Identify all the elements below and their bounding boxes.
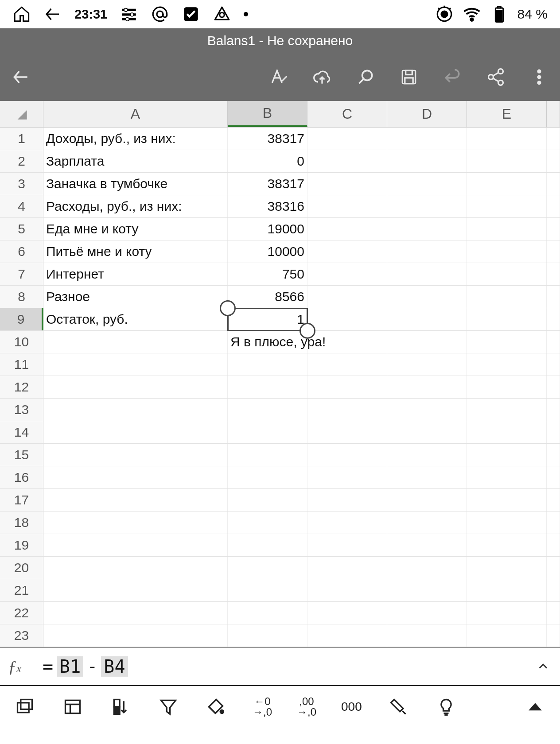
cell-A4[interactable]: Расходы, руб., из них:	[43, 195, 228, 217]
cell-C19[interactable]	[307, 534, 387, 556]
cell-D11[interactable]	[387, 353, 467, 376]
cell-D14[interactable]	[387, 421, 467, 443]
cell-B10[interactable]: Я в плюсе, ура!	[228, 331, 307, 353]
cell-F20[interactable]	[547, 557, 560, 579]
cell-C11[interactable]	[307, 353, 387, 376]
row-header[interactable]: 6	[0, 240, 43, 263]
cell-A13[interactable]	[43, 399, 228, 421]
cell-B5[interactable]: 19000	[228, 218, 307, 240]
cell-C21[interactable]	[307, 579, 387, 601]
cell-B6[interactable]: 10000	[228, 240, 307, 263]
cell-A6[interactable]: Питьё мне и коту	[43, 240, 228, 263]
cell-E15[interactable]	[467, 444, 547, 466]
row-header[interactable]: 12	[0, 376, 43, 398]
cell-E23[interactable]	[467, 624, 547, 647]
cell-F6[interactable]	[547, 240, 560, 263]
cell-F7[interactable]	[547, 263, 560, 285]
cell-D18[interactable]	[387, 512, 467, 534]
cell-B11[interactable]	[228, 353, 307, 376]
cell-C10[interactable]	[307, 331, 387, 353]
cell-D21[interactable]	[387, 579, 467, 601]
cell-D20[interactable]	[387, 557, 467, 579]
format-button[interactable]	[387, 695, 410, 718]
cell-D16[interactable]	[387, 466, 467, 488]
row-header[interactable]: 5	[0, 218, 43, 240]
cell-D2[interactable]	[387, 150, 467, 172]
cell-B8[interactable]: 8566	[228, 286, 307, 308]
cell-E6[interactable]	[467, 240, 547, 263]
sheets-button[interactable]	[13, 695, 36, 718]
cell-E16[interactable]	[467, 466, 547, 488]
cell-B1[interactable]: 38317	[228, 128, 307, 150]
column-header-D[interactable]: D	[387, 101, 467, 127]
cell-C7[interactable]	[307, 263, 387, 285]
cell-E22[interactable]	[467, 602, 547, 624]
cell-D17[interactable]	[387, 489, 467, 511]
formula-input[interactable]: = B1 - B4	[43, 656, 526, 677]
cell-C3[interactable]	[307, 173, 387, 195]
row-header[interactable]: 2	[0, 150, 43, 172]
cell-B16[interactable]	[228, 466, 307, 488]
cell-A22[interactable]	[43, 602, 228, 624]
cell-B2[interactable]: 0	[228, 150, 307, 172]
column-header-E[interactable]: E	[467, 101, 547, 127]
cloud-upload-button[interactable]	[310, 65, 334, 89]
cell-C9[interactable]	[307, 308, 387, 330]
expand-formula-button[interactable]	[534, 658, 552, 675]
cell-A20[interactable]	[43, 557, 228, 579]
column-header-B[interactable]: B	[228, 101, 307, 127]
cell-E5[interactable]	[467, 218, 547, 240]
cell-F18[interactable]	[547, 512, 560, 534]
cell-A17[interactable]	[43, 489, 228, 511]
row-header[interactable]: 7	[0, 263, 43, 285]
row-header[interactable]: 18	[0, 512, 43, 534]
cell-B9[interactable]: 1	[228, 308, 307, 330]
cell-C5[interactable]	[307, 218, 387, 240]
row-header[interactable]: 10	[0, 331, 43, 353]
cell-E7[interactable]	[467, 263, 547, 285]
search-button[interactable]	[354, 65, 377, 89]
cell-B12[interactable]	[228, 376, 307, 398]
back-arrow-icon[interactable]	[43, 5, 62, 23]
cell-E8[interactable]	[467, 286, 547, 308]
cell-C13[interactable]	[307, 399, 387, 421]
cell-A1[interactable]: Доходы, руб., из них:	[43, 128, 228, 150]
cell-F9[interactable]	[547, 308, 560, 330]
cell-D8[interactable]	[387, 286, 467, 308]
cell-D12[interactable]	[387, 376, 467, 398]
cell-D1[interactable]	[387, 128, 467, 150]
row-header[interactable]: 17	[0, 489, 43, 511]
row-header[interactable]: 9	[0, 308, 43, 330]
cell-F10[interactable]	[547, 331, 560, 353]
cell-E14[interactable]	[467, 421, 547, 443]
cell-B18[interactable]	[228, 512, 307, 534]
cell-A12[interactable]	[43, 376, 228, 398]
sort-button[interactable]	[109, 695, 132, 718]
cell-D13[interactable]	[387, 399, 467, 421]
cell-A9[interactable]: Остаток, руб.	[43, 308, 228, 330]
cell-C15[interactable]	[307, 444, 387, 466]
cell-C20[interactable]	[307, 557, 387, 579]
cell-D9[interactable]	[387, 308, 467, 330]
cell-F2[interactable]	[547, 150, 560, 172]
cell-A5[interactable]: Еда мне и коту	[43, 218, 228, 240]
cell-F1[interactable]	[547, 128, 560, 150]
column-header-C[interactable]: C	[307, 101, 387, 127]
row-header[interactable]: 20	[0, 557, 43, 579]
cell-B3[interactable]: 38317	[228, 173, 307, 195]
home-icon[interactable]	[12, 5, 31, 23]
cell-A8[interactable]: Разное	[43, 286, 228, 308]
cell-A16[interactable]	[43, 466, 228, 488]
cell-F4[interactable]	[547, 195, 560, 217]
share-button[interactable]	[484, 65, 508, 89]
cell-B14[interactable]	[228, 421, 307, 443]
formula-bar[interactable]: ƒx = B1 - B4	[0, 647, 560, 685]
row-header[interactable]: 19	[0, 534, 43, 556]
spreadsheet[interactable]: ABCDE 1Доходы, руб., из них:383172Зарпла…	[0, 101, 560, 647]
cell-E12[interactable]	[467, 376, 547, 398]
cell-F12[interactable]	[547, 376, 560, 398]
font-style-button[interactable]	[267, 65, 291, 89]
cell-A21[interactable]	[43, 579, 228, 601]
column-header-A[interactable]: A	[43, 101, 228, 127]
cell-C12[interactable]	[307, 376, 387, 398]
